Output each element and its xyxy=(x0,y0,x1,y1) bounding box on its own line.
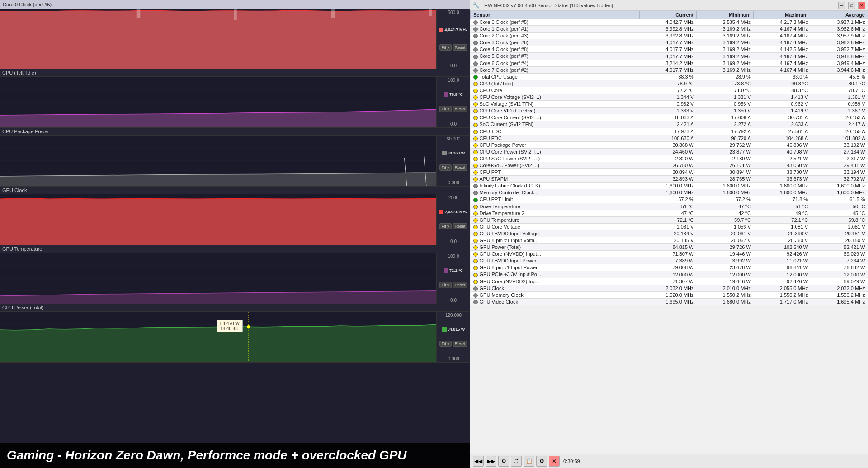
sensor-maximum: 1.419 V xyxy=(754,108,811,114)
sensor-minimum: 1.331 V xyxy=(697,94,754,101)
sensor-icon xyxy=(473,293,478,298)
table-row[interactable]: CPU Core Current (SVI2 ...)18.033 A17.60… xyxy=(471,114,868,121)
reset-cpupower[interactable]: Reset xyxy=(453,164,468,171)
table-row[interactable]: SoC Current (SVI2 TFN)2.421 A2.272 A2.63… xyxy=(471,121,868,128)
table-row[interactable]: Core 4 Clock (perf #8)4,017.7 MHz3,169.2… xyxy=(471,46,868,53)
table-row[interactable]: CPU EDC100.630 A98.720 A104.268 A101.802… xyxy=(471,135,868,141)
sensor-minimum: 3,169.2 MHz xyxy=(697,33,754,39)
minimize-button[interactable]: ─ xyxy=(838,2,845,9)
graph-min-gputemp: 0.0 xyxy=(450,298,457,303)
fit-y-core0[interactable]: Fit y xyxy=(439,44,452,51)
fit-y-tctl[interactable]: Fit y xyxy=(439,106,452,112)
table-row[interactable]: Core+SoC Power (SVI2 ...)26.780 W26.171 … xyxy=(471,162,868,168)
table-row[interactable]: Drive Temperature 247 °C42 °C49 °C45 °C xyxy=(471,210,868,216)
graph-buttons-cpupower[interactable]: Fit y Reset xyxy=(439,164,468,171)
graph-section-gpuclock: GPU Clock 2500 2,032.0 MHz Fit y Re xyxy=(0,187,470,245)
reset-gpupower[interactable]: Reset xyxy=(453,341,468,347)
sensor-average: 20.151 V xyxy=(811,230,868,237)
graph-right-gputemp: 100.0 72.1 °C Fit y Reset 0.0 xyxy=(436,253,470,304)
table-row[interactable]: GPU Power (Total)84.815 W29.726 W102.540… xyxy=(471,244,868,251)
sensor-current: 30.368 W xyxy=(639,141,696,148)
sensor-name-cell: CPU TDC xyxy=(471,128,640,135)
reset-gpuclock[interactable]: Reset xyxy=(453,223,468,229)
navigate-back-button[interactable]: ◀◀ xyxy=(473,456,484,467)
table-row[interactable]: CPU SoC Power (SVI2 T...)2.320 W2.180 W2… xyxy=(471,155,868,162)
gaming-text: Gaming - Horizon Zero Dawn, Performce mo… xyxy=(7,448,407,462)
table-row[interactable]: Core 6 Clock (perf #4)3,214.2 MHz3,169.2… xyxy=(471,60,868,66)
sensor-average: 20.153 A xyxy=(811,114,868,121)
close-button[interactable]: ✕ xyxy=(858,2,865,9)
table-row[interactable]: GPU 8-pin #1 Input Volta...20.135 V20.06… xyxy=(471,237,868,244)
table-row[interactable]: GPU Core Voltage1.081 V1.056 V1.081 V1.0… xyxy=(471,223,868,230)
sensor-minimum: 20.062 V xyxy=(697,237,754,244)
sensor-label: Memory Controller Clock... xyxy=(480,190,538,195)
table-row[interactable]: Total CPU Usage38.3 %28.9 %63.0 %45.8 % xyxy=(471,73,868,80)
table-row[interactable]: GPU FBVDD Input Voltage20.134 V20.061 V2… xyxy=(471,230,868,237)
sensor-label: GPU FBVDD Input Power xyxy=(480,258,537,263)
graph-buttons-tctl[interactable]: Fit y Reset xyxy=(439,106,468,112)
sensor-icon xyxy=(473,102,478,107)
configure-button[interactable]: ⚙ xyxy=(498,456,509,467)
table-row[interactable]: Core 1 Clock (perf #1)3,992.8 MHz3,169.2… xyxy=(471,26,868,33)
table-row[interactable]: GPU Clock2,032.0 MHz2,010.0 MHz2,055.0 M… xyxy=(471,285,868,291)
sensor-name-cell: CPU (Tctl/Tdie) xyxy=(471,80,640,87)
fit-y-gpupower[interactable]: Fit y xyxy=(439,341,452,347)
table-row[interactable]: SoC Voltage (SVI2 TFN)0.962 V0.956 V0.96… xyxy=(471,101,868,108)
settings-button[interactable]: ⚙ xyxy=(536,456,547,467)
table-row[interactable]: CPU PPT30.894 W30.894 W38.780 W33.194 W xyxy=(471,169,868,176)
timer-button[interactable]: ⏱ xyxy=(511,456,522,467)
table-row[interactable]: GPU FBVDD Input Power7.389 W3.992 W11.02… xyxy=(471,257,868,264)
sensor-average: 3,952.7 MHz xyxy=(811,46,868,53)
sensor-label: GPU PCIe +3.3V Input Po... xyxy=(480,271,542,277)
table-row[interactable]: CPU Core Voltage (SVI2 ...)1.344 V1.331 … xyxy=(471,94,868,101)
table-row[interactable]: Core 0 Clock (perf #5)4,042.7 MHz2,535.4… xyxy=(471,19,868,26)
table-row[interactable]: CPU TDC17.973 A17.792 A27.561 A20.155 A xyxy=(471,128,868,135)
table-row[interactable]: GPU PCIe +3.3V Input Po...12.000 W12.000… xyxy=(471,271,868,278)
sensor-table-container[interactable]: Sensor Current Minimum Maximum Average C… xyxy=(470,11,868,454)
sensor-icon xyxy=(473,280,478,284)
navigate-forward-button[interactable]: ▶▶ xyxy=(486,456,496,467)
fit-y-cpupower[interactable]: Fit y xyxy=(439,164,452,171)
table-row[interactable]: Core 2 Clock (perf #3)3,992.8 MHz3,169.2… xyxy=(471,33,868,39)
table-row[interactable]: GPU Core (NVVDD2) Inp...71.307 W19.446 W… xyxy=(471,278,868,285)
sensor-name-cell: Core 5 Clock (perf #7) xyxy=(471,53,640,60)
table-row[interactable]: CPU Core Power (SVI2 T...)24.460 W23.877… xyxy=(471,148,868,155)
graph-buttons-gpupower[interactable]: Fit y Reset xyxy=(439,341,468,347)
table-row[interactable]: Memory Controller Clock...1,600.0 MHz1,6… xyxy=(471,189,868,196)
sensor-average: 2,032.0 MHz xyxy=(811,285,868,291)
sensor-average: 27.164 W xyxy=(811,148,868,155)
fit-y-gpuclock[interactable]: Fit y xyxy=(439,223,452,229)
table-row[interactable]: APU STAPM32.893 W28.765 W33.373 W32.702 … xyxy=(471,176,868,183)
fit-y-gputemp[interactable]: Fit y xyxy=(439,282,452,288)
graph-current-gputemp: 72.1 °C xyxy=(449,268,463,273)
reset-gputemp[interactable]: Reset xyxy=(453,282,468,288)
table-row[interactable]: CPU Core77.2 °C71.0 °C88.3 °C78.7 °C xyxy=(471,87,868,94)
table-row[interactable]: GPU Memory Clock1,520.0 MHz1,550.2 MHz1,… xyxy=(471,291,868,298)
sensor-average: 69.8 °C xyxy=(811,216,868,223)
graph-buttons-gputemp[interactable]: Fit y Reset xyxy=(439,282,468,288)
table-row[interactable]: GPU Video Clock1,695.0 MHz1,680.0 MHz1,7… xyxy=(471,298,868,305)
table-row[interactable]: CPU PPT Limit57.2 %57.2 %71.8 %61.5 % xyxy=(471,196,868,203)
table-row[interactable]: GPU Temperature72.1 °C59.7 °C72.1 °C69.8… xyxy=(471,216,868,223)
graph-buttons-core0[interactable]: Fit y Reset xyxy=(439,44,468,51)
table-row[interactable]: Infinity Fabric Clock (FCLK)1,600.0 MHz1… xyxy=(471,183,868,189)
table-row[interactable]: CPU Package Power30.368 W29.762 W46.806 … xyxy=(471,141,868,148)
table-row[interactable]: Drive Temperature51 °C47 °C51 °C50 °C xyxy=(471,203,868,210)
sensor-label: CPU Core xyxy=(480,88,502,93)
table-row[interactable]: CPU Core VID (Effective)1.363 V1.350 V1.… xyxy=(471,108,868,114)
table-row[interactable]: GPU Core (NVVDD) Input...71.307 W19.446 … xyxy=(471,251,868,257)
table-row[interactable]: Core 7 Clock (perf #2)4,017.7 MHz3,169.2… xyxy=(471,66,868,73)
table-row[interactable]: CPU (Tctl/Tdie)78.9 °C73.8 °C90.3 °C80.1… xyxy=(471,80,868,87)
graph-title-gpuclock: GPU Clock xyxy=(0,187,470,194)
graph-buttons-gpuclock[interactable]: Fit y Reset xyxy=(439,223,468,229)
stop-button[interactable]: ✕ xyxy=(549,456,560,467)
restore-button[interactable]: □ xyxy=(848,2,855,9)
sensor-average: 3,962.6 MHz xyxy=(811,26,868,33)
table-row[interactable]: Core 3 Clock (perf #6)4,017.7 MHz3,169.2… xyxy=(471,39,868,46)
table-row[interactable]: GPU 8-pin #1 Input Power79.008 W23.678 W… xyxy=(471,264,868,271)
sensor-average: 20.150 V xyxy=(811,237,868,244)
export-button[interactable]: 📋 xyxy=(524,456,534,467)
reset-core0[interactable]: Reset xyxy=(453,44,468,51)
reset-tctl[interactable]: Reset xyxy=(453,106,468,112)
table-row[interactable]: Core 5 Clock (perf #7)4,017.7 MHz3,169.2… xyxy=(471,53,868,60)
